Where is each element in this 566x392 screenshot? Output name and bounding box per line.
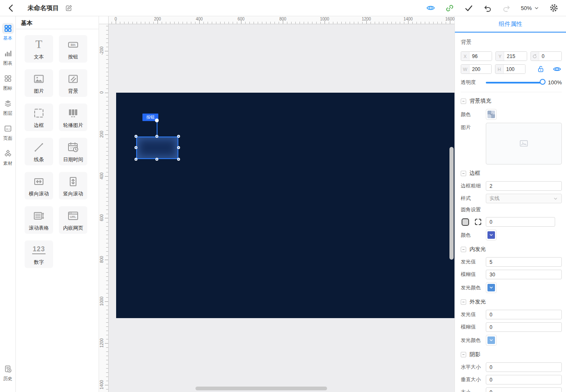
ruler-tick [337,22,338,24]
horizontal-scrollbar[interactable] [195,387,327,390]
ruler-tick [106,297,108,298]
image-upload-box[interactable] [486,123,562,164]
inner-glow-blur-input[interactable] [486,270,562,279]
confirm-check-icon[interactable] [464,3,473,13]
component-card-按钮[interactable]: Bth按钮 [59,35,87,63]
ruler-tick [106,222,108,223]
inner-glow-color-swatch[interactable] [486,282,497,293]
properties-panel: 组件属性 背景 X Y W [454,16,566,392]
tab-component-properties[interactable]: 组件属性 [455,16,566,33]
undo-icon[interactable] [483,4,492,13]
section-inner-glow-header[interactable]: 内发光 [461,245,562,253]
border-style-select[interactable]: 实线 [486,194,562,203]
visibility-eye-icon[interactable] [552,65,562,73]
component-card-背景[interactable]: 背景 [59,69,87,97]
component-card-文本[interactable]: T文本 [25,35,53,63]
artboard[interactable] [116,93,454,318]
x-input[interactable] [470,52,492,61]
shadow-h-input[interactable] [486,362,562,372]
ruler-tick [195,22,195,24]
back-icon[interactable] [7,3,16,13]
sidebar-item-素材[interactable]: 素材 [2,148,14,167]
unlock-icon[interactable] [536,65,545,73]
ruler-tick [153,22,154,24]
resize-handle-top-left[interactable] [135,135,137,138]
chevron-down-icon [534,5,539,11]
ruler-tick [106,114,108,114]
component-card-内嵌网页[interactable]: URL内嵌网页 [59,206,87,234]
collapse-minus-icon[interactable] [461,247,466,252]
selected-element[interactable] [136,137,178,159]
svg-text:Bth: Bth [71,43,76,46]
shadow-size-input[interactable] [486,387,562,392]
sidebar-item-历史[interactable]: 历史 [2,364,14,382]
zoom-control[interactable]: 50% [521,5,539,11]
resize-handle-bottom-right[interactable] [177,158,180,161]
rotation-input[interactable] [539,52,561,61]
ruler-tick [178,22,179,24]
component-card-滚动表格[interactable]: 滚动表格 [25,206,53,234]
collapse-minus-icon[interactable] [461,352,466,357]
resize-handle-bottom-left[interactable] [135,158,137,161]
settings-gear-icon[interactable] [549,3,558,13]
preview-eye-icon[interactable] [426,3,435,13]
grid-filled-icon [2,23,14,34]
component-card-竖向滚动[interactable]: 竖向滚动 [59,172,87,200]
width-input[interactable] [470,65,491,73]
sidebar-item-页面[interactable]: 页面 [2,123,14,142]
webpage-icon: URL [67,209,79,223]
radius-all-corners-icon[interactable] [461,217,470,227]
ruler-tick [106,76,108,76]
sidebar-item-图标[interactable]: 图标 [2,73,14,91]
resize-handle-top-mid[interactable] [155,135,158,138]
section-fill-header[interactable]: 背景填充 [461,97,562,105]
section-outer-glow-header[interactable]: 外发光 [461,298,562,306]
ruler-tick [106,318,108,319]
component-card-数字[interactable]: 123数字 [25,240,53,268]
collapse-minus-icon[interactable] [461,171,466,176]
shadow-v-input[interactable] [486,375,562,384]
inner-glow-value-input[interactable] [486,257,562,267]
radius-input[interactable] [486,217,555,227]
border-width-input[interactable] [486,181,562,191]
border-color-swatch[interactable] [486,230,497,240]
resize-handle-mid-right[interactable] [177,146,180,149]
component-card-图片[interactable]: 图片 [25,69,53,97]
sidebar-item-图表[interactable]: 图表 [2,48,14,66]
height-input[interactable] [504,65,525,73]
redo-icon[interactable] [502,4,511,13]
resize-handle-mid-left[interactable] [135,146,137,149]
opacity-slider-thumb[interactable] [540,79,546,85]
section-shadow-header[interactable]: 阴影 [461,351,562,358]
collapse-minus-icon[interactable] [461,299,466,305]
sidebar-item-基本[interactable]: 基本 [2,23,14,41]
sidebar-item-图层[interactable]: 图层 [2,98,14,116]
ruler-tick [106,118,108,118]
vertical-ruler: -2000200400600800100012001400 [99,24,109,392]
rename-icon[interactable] [65,4,73,12]
component-card-轮播图片[interactable]: 轮播图片 [59,104,87,131]
section-border-header[interactable]: 边框 [461,169,562,177]
resize-handle-bottom-mid[interactable] [155,158,158,161]
radius-individual-corners-icon[interactable] [473,217,482,227]
outer-glow-blur-input[interactable] [486,322,562,332]
fill-color-swatch[interactable] [486,109,497,120]
outer-glow-value-input[interactable] [486,310,562,319]
opacity-slider[interactable] [486,82,542,83]
resize-handle-top-right[interactable] [177,135,180,138]
fill-color-label: 颜色 [461,111,486,118]
collapse-minus-icon[interactable] [461,99,466,104]
ruler-tick [254,22,254,24]
vertical-scrollbar[interactable] [449,147,454,260]
component-card-日期时间[interactable]: 日期时间 [59,138,87,165]
component-card-线条[interactable]: 线条 [25,138,53,165]
canvas-area[interactable]: 02004006008001000120014001600 -200020040… [99,16,454,392]
y-input[interactable] [504,52,526,61]
link-icon[interactable] [445,4,454,13]
outer-glow-color-swatch[interactable] [486,335,497,346]
ruler-label: 800 [279,17,287,21]
component-card-横向滚动[interactable]: 横向滚动 [25,172,53,200]
ruler-tick [106,247,108,248]
component-card-边框[interactable]: 边框 [25,104,53,131]
cubes-icon [2,148,14,159]
